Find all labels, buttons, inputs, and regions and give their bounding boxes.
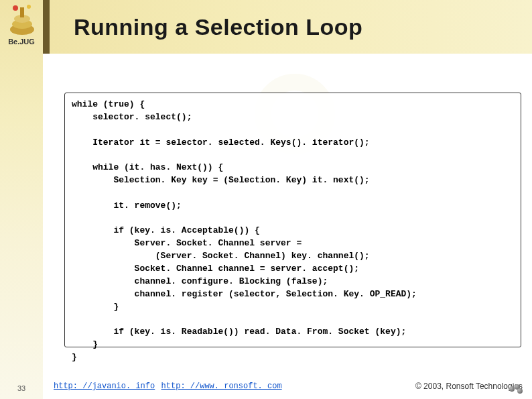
logo-label: Be.JUG (5, 38, 38, 46)
copyright-text: © 2003, Ronsoft Technologies (415, 382, 523, 391)
corner-bullets-icon (509, 384, 525, 394)
link-javanio[interactable]: http: //javanio. info (54, 382, 155, 391)
slide-title: Running a Selection Loop (74, 14, 362, 40)
link-ronsoft[interactable]: http: //www. ronsoft. com (161, 382, 282, 391)
svg-rect-3 (20, 7, 24, 17)
page-number: 33 (0, 384, 43, 392)
sidebar: Be.JUG 33 (0, 0, 43, 399)
footer-links: http: //javanio. info http: //www. ronso… (54, 381, 286, 391)
code-box: while (true) { selector. select(); Itera… (64, 93, 521, 347)
svg-point-5 (27, 5, 31, 9)
svg-point-4 (13, 5, 18, 11)
title-bar: Running a Selection Loop (43, 0, 532, 54)
footer: http: //javanio. info http: //www. ronso… (54, 381, 523, 391)
bejug-logo (5, 4, 39, 38)
code-content: while (true) { selector. select(); Itera… (72, 99, 514, 364)
